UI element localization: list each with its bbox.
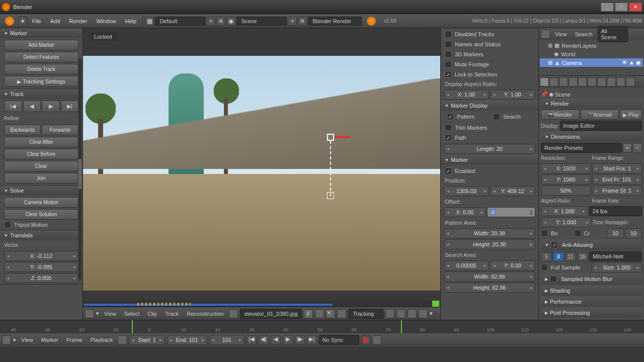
mute-footage-checkbox[interactable] [445,61,452,68]
offset-y-editing-field[interactable]: 0| [487,207,535,217]
marker-handle-icon[interactable] [335,136,350,138]
clip-tool-3[interactable] [408,309,417,318]
display-mode-dropdown[interactable]: Image Editor [560,121,642,131]
clip-menu-select[interactable]: Select [121,309,143,318]
clip-tool-4[interactable] [419,309,428,318]
prop-tab-object[interactable] [578,77,587,86]
marker-section-header[interactable]: Marker [0,28,83,38]
prop-tab-scene[interactable] [559,77,568,86]
tracking-settings-button[interactable]: ▶ Tracking Settings [4,76,78,87]
play-button[interactable]: ▶ [283,335,293,344]
vector-z-field[interactable]: ◂Z: 0.000▸ [4,273,78,283]
clip-unlink-button[interactable]: ✕ [326,309,335,318]
aspect-y-field[interactable]: ◂Y: 1.000▸ [541,217,592,227]
clip-menu-view[interactable]: View [101,309,119,318]
clear-after-button[interactable]: Clear After [4,137,78,147]
outliner-view-menu[interactable]: View [552,30,570,39]
scene-dropdown[interactable]: Scene [236,17,287,26]
scene-breadcrumb[interactable]: Scene [555,92,571,98]
aa-enable-checkbox[interactable] [551,241,558,248]
outliner-item-world[interactable]: ◉World [540,50,643,58]
timeline-range-icon[interactable] [118,335,127,344]
track-fwd-all-button[interactable]: ▶| [61,101,79,112]
track-back-button[interactable]: ◀ [23,101,41,112]
keying-set-icon[interactable] [372,335,381,344]
render-section-header[interactable]: Render [541,99,642,109]
clip-editor-type-icon[interactable] [85,309,94,318]
prop-tab-world[interactable] [569,77,578,86]
timeline-menu-playback[interactable]: Playback [88,335,116,344]
timeline-editor-icon[interactable] [2,335,11,344]
detect-features-button[interactable]: Detect Features [4,52,78,62]
search-height-field[interactable]: ◂Height: 82.86▸ [444,283,535,293]
pin-icon[interactable]: 📌 [541,91,548,98]
minimize-button[interactable]: _ [601,3,614,12]
camera-motion-button[interactable]: Camera Motion [4,197,78,208]
performance-header[interactable]: Performance [541,297,642,307]
tool-shelf-scrollbar[interactable] [78,58,82,280]
clip-image-area[interactable] [83,28,440,301]
render-animation-button[interactable]: 🎬Animati [581,110,619,120]
render-presets-dropdown[interactable]: Render Presets [541,143,622,153]
end-frame-field[interactable]: ◂End Fr: 101▸ [592,174,642,185]
prop-tab-data[interactable] [597,77,606,86]
menu-render[interactable]: Render [65,16,91,26]
clear-before-button[interactable]: Clear Before [4,149,78,159]
refine-backwards-button[interactable]: Backwards [4,125,41,135]
timeline-menu-view[interactable]: View [18,335,36,344]
timeline-ruler[interactable]: -40-30-20-100102030405060708090100110120… [0,320,644,333]
clip-menu-clip[interactable]: Clip [144,309,160,318]
post-processing-header[interactable]: Post Processing [541,308,642,318]
solve-section-header[interactable]: Solve [0,186,83,196]
clip-timeline-strip[interactable] [84,301,439,307]
remap-old-field[interactable]: 10 [607,228,624,238]
aa-section-header[interactable]: Anti-Aliasing [541,239,642,250]
prop-tab-renderlayers[interactable] [549,77,558,86]
motion-blur-checkbox[interactable] [550,276,557,283]
clip-mode-icon[interactable] [337,309,346,318]
lock-selection-checkbox[interactable] [445,71,452,78]
pattern-checkbox[interactable] [447,113,454,120]
clip-menu-reconstruction[interactable]: Reconstruction [184,309,226,318]
refine-forwards-button[interactable]: Forwards [42,125,78,135]
layout-icon[interactable]: ▦ [145,17,154,26]
tracking-marker[interactable] [327,134,334,141]
scene-icon[interactable]: ◉ [226,17,235,26]
pattern-height-field[interactable]: ◂Height: 20.38▸ [444,239,535,249]
close-button[interactable]: ✕ [629,3,642,12]
remap-new-field[interactable]: 10 [625,228,642,238]
editor-type-icon[interactable] [5,17,14,26]
frame-step-field[interactable]: ◂Frame St: 1▸ [592,186,642,196]
outliner-editor-icon[interactable] [541,30,550,39]
render-engine-dropdown[interactable]: Blender Render [308,17,362,26]
aspect-x-field[interactable]: ◂X: 1.000▸ [541,206,588,216]
timeline-current-field[interactable]: ◂101▸ [209,335,245,345]
clip-tool-2[interactable] [396,309,406,318]
search-checkbox[interactable] [493,113,500,120]
jump-start-button[interactable]: |◀ [247,335,257,344]
outliner-item-renderlayers[interactable]: ⊞▦RenderLayers [540,41,643,50]
path-checkbox[interactable] [445,134,452,141]
outliner-search-menu[interactable]: Search [572,30,596,39]
aa-8-button[interactable]: 8 [553,252,564,261]
join-button[interactable]: Join [4,173,78,184]
resolution-pct-field[interactable]: 50% [541,186,591,196]
clip-fake-user-button[interactable]: F [304,309,313,318]
aa-16-button[interactable]: 16 [577,252,588,261]
editor-dropdown-icon[interactable]: ▾ [18,17,27,26]
layout-remove-button[interactable]: ✕ [216,17,225,26]
vector-y-field[interactable]: ◂Y: -0.085▸ [4,262,78,272]
sync-dropdown[interactable]: No Sync [319,335,359,345]
layout-dropdown[interactable]: Default [155,17,205,26]
crop-checkbox[interactable] [574,230,581,237]
track-back-all-button[interactable]: |◀ [4,101,22,112]
add-marker-button[interactable]: Add Marker [4,40,78,50]
aa-11-button[interactable]: 11 [565,252,576,261]
thin-markers-checkbox[interactable] [445,124,452,131]
clip-menu-track[interactable]: Track [162,309,182,318]
fps-dropdown[interactable]: 24 fps [589,206,642,216]
marker-display-header[interactable]: Marker Display [441,101,538,111]
aa-5-button[interactable]: 5 [541,252,552,261]
prop-tab-physics[interactable] [626,77,635,86]
clear-button[interactable]: Clear [4,161,78,171]
